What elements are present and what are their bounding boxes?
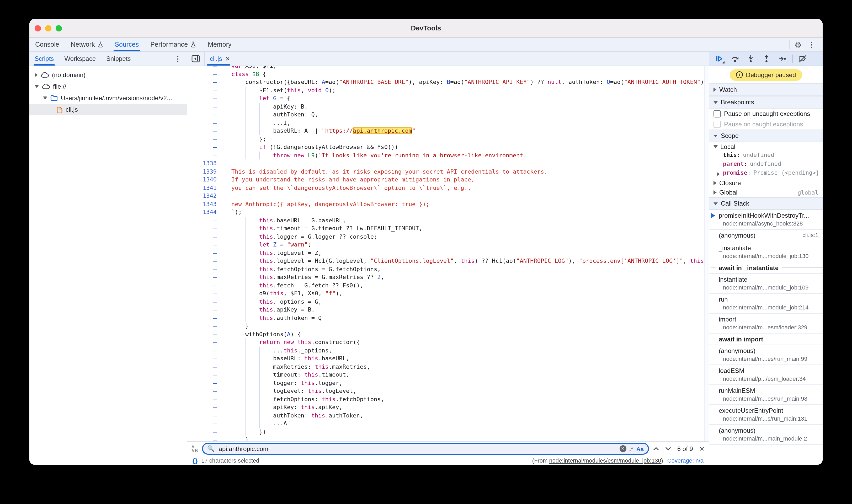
code-line-content[interactable]: this.logger = G.logger ?? console;: [221, 233, 705, 241]
code-line-content[interactable]: this.logLevel = Z,: [221, 249, 705, 257]
code-line-content[interactable]: logger: this.logger,: [221, 379, 705, 387]
code-line-content[interactable]: };: [221, 135, 705, 143]
line-number-gutter[interactable]: –: [187, 298, 221, 306]
code-line-content[interactable]: maxRetries: this.maxRetries,: [221, 363, 705, 371]
line-number-gutter[interactable]: –: [187, 66, 221, 70]
section-scope[interactable]: Scope: [709, 129, 823, 142]
line-number-gutter[interactable]: –: [187, 78, 221, 86]
call-stack-frame[interactable]: executeUserEntryPointnode:internal/m...s…: [709, 405, 823, 425]
line-number-gutter[interactable]: –: [187, 403, 221, 411]
line-number-gutter[interactable]: –: [187, 330, 221, 338]
pretty-print-icon[interactable]: { }: [193, 457, 197, 464]
line-number-gutter[interactable]: 1344: [187, 208, 221, 216]
code-line-content[interactable]: this.baseURL = G.baseURL,: [221, 216, 705, 224]
tab-cli-js[interactable]: cli.js ✕: [205, 52, 235, 66]
chevron-right-icon[interactable]: [35, 73, 38, 77]
code-line-content[interactable]: new Anthropic({ apiKey, dangerouslyAllow…: [221, 200, 705, 208]
code-line-content[interactable]: o9(this, $F1, Xs0, "f"),: [221, 289, 705, 298]
code-line-content[interactable]: this.timeout = G.timeout ?? Lw.DEFAULT_T…: [221, 224, 705, 233]
step-out-button[interactable]: [760, 53, 773, 65]
editor-scrollbar[interactable]: [704, 66, 709, 441]
source-editor[interactable]: –var Xs0, $F1;–class $8 {– constructor({…: [187, 66, 709, 441]
line-number-gutter[interactable]: –: [187, 111, 221, 119]
resume-dropdown-icon[interactable]: [723, 61, 725, 64]
code-line-content[interactable]: apiKey: B,: [221, 103, 705, 111]
clear-search-icon[interactable]: ✕: [619, 445, 626, 452]
tab-console[interactable]: Console: [29, 38, 65, 51]
line-number-gutter[interactable]: –: [187, 135, 221, 143]
line-number-gutter[interactable]: –: [187, 70, 221, 78]
line-number-gutter[interactable]: –: [187, 387, 221, 395]
line-number-gutter[interactable]: –: [187, 379, 221, 387]
code-line-content[interactable]: if (!G.dangerouslyAllowBrowser && Ys0()): [221, 143, 705, 151]
line-number-gutter[interactable]: –: [187, 322, 221, 330]
regex-toggle-icon[interactable]: .*: [629, 446, 633, 452]
code-line-content[interactable]: you can set the \`dangerouslyAllowBrowse…: [221, 184, 705, 192]
navigator-tab-scripts[interactable]: Scripts: [29, 52, 59, 66]
call-stack-frame[interactable]: (anonymous)node:internal/m...main_module…: [709, 425, 823, 445]
code-line-content[interactable]: this.apiKey = B,: [221, 306, 705, 314]
toggle-navigator-icon[interactable]: [187, 52, 205, 66]
line-number-gutter[interactable]: 1343: [187, 200, 221, 208]
code-line-content[interactable]: }: [221, 322, 705, 330]
breakpoint-option[interactable]: Pause on caught exceptions: [709, 119, 823, 129]
checkbox[interactable]: [713, 121, 721, 128]
tab-performance[interactable]: Performance: [144, 38, 202, 51]
code-line-content[interactable]: }): [221, 428, 705, 436]
line-number-gutter[interactable]: 1338: [187, 159, 221, 167]
call-stack-frame[interactable]: (anonymous)node:internal/m...es/run_main…: [709, 345, 823, 365]
line-number-gutter[interactable]: –: [187, 233, 221, 241]
navigator-tab-snippets[interactable]: Snippets: [101, 52, 136, 66]
settings-gear-icon[interactable]: ⚙: [795, 41, 802, 49]
code-line-content[interactable]: timeout: this.timeout,: [221, 371, 705, 379]
code-line-content[interactable]: [221, 192, 705, 200]
code-line-content[interactable]: return new this.constructor({: [221, 338, 705, 346]
code-line-content[interactable]: }: [221, 436, 705, 441]
next-match-icon[interactable]: [665, 447, 671, 450]
code-line-content[interactable]: this._options = G,: [221, 298, 705, 306]
line-number-gutter[interactable]: –: [187, 86, 221, 94]
resume-button[interactable]: [712, 53, 726, 65]
code-line-content[interactable]: This is disabled by default, as it risks…: [221, 167, 705, 176]
code-line-content[interactable]: $F1.set(this, void 0);: [221, 86, 705, 94]
line-number-gutter[interactable]: –: [187, 273, 221, 281]
line-number-gutter[interactable]: –: [187, 281, 221, 289]
code-line-content[interactable]: authToken: this.authToken,: [221, 411, 705, 419]
section-call-stack[interactable]: Call Stack: [709, 197, 823, 210]
call-stack-frame[interactable]: (anonymous)cli.js:1: [709, 230, 823, 242]
section-watch[interactable]: Watch: [709, 84, 823, 96]
code-line-content[interactable]: [221, 159, 705, 167]
code-line-content[interactable]: baseURL: this.baseURL,: [221, 355, 705, 363]
chevron-right-icon[interactable]: [717, 172, 720, 176]
code-line-content[interactable]: fetchOptions: this.fetchOptions,: [221, 395, 705, 403]
code-line-content[interactable]: this.fetch = G.fetch ?? Fs0(),: [221, 281, 705, 289]
line-number-gutter[interactable]: –: [187, 241, 221, 249]
line-number-gutter[interactable]: –: [187, 249, 221, 257]
chevron-down-icon[interactable]: [43, 96, 47, 100]
scope-local[interactable]: Local: [709, 142, 823, 151]
close-tab-icon[interactable]: ✕: [225, 55, 230, 62]
line-number-gutter[interactable]: –: [187, 428, 221, 436]
code-line-content[interactable]: constructor({baseURL: A=ao("ANTHROPIC_BA…: [221, 78, 705, 86]
match-case-toggle-icon[interactable]: Aa: [636, 446, 644, 452]
code-line-content[interactable]: baseURL: A || "https://api.anthropic.com…: [221, 127, 705, 135]
line-number-gutter[interactable]: 1339: [187, 167, 221, 176]
tree-item-file-scheme[interactable]: file://: [29, 81, 187, 92]
code-line-content[interactable]: this.fetchOptions = G.fetchOptions,: [221, 265, 705, 273]
code-line-content[interactable]: logLevel: this.logLevel,: [221, 387, 705, 395]
search-input-container[interactable]: 🔍 ✕ .* Aa: [202, 443, 649, 455]
line-number-gutter[interactable]: –: [187, 143, 221, 151]
deactivate-breakpoints-button[interactable]: [796, 53, 810, 65]
line-number-gutter[interactable]: –: [187, 265, 221, 273]
line-number-gutter[interactable]: –: [187, 94, 221, 103]
call-stack-frame[interactable]: instantiatenode:internal/m...module_job:…: [709, 274, 823, 294]
line-number-gutter[interactable]: –: [187, 314, 221, 322]
coverage-link[interactable]: Coverage: n/a: [667, 457, 704, 464]
line-number-gutter[interactable]: –: [187, 395, 221, 403]
scope-variable[interactable]: promise:Promise {<pending>}: [709, 169, 823, 178]
tab-memory[interactable]: Memory: [202, 38, 237, 51]
navigator-tab-workspace[interactable]: Workspace: [59, 52, 101, 66]
tab-sources[interactable]: Sources: [109, 38, 144, 51]
call-stack-frame[interactable]: importnode:internal/m...esm/loader:329: [709, 313, 823, 334]
line-number-gutter[interactable]: –: [187, 411, 221, 419]
